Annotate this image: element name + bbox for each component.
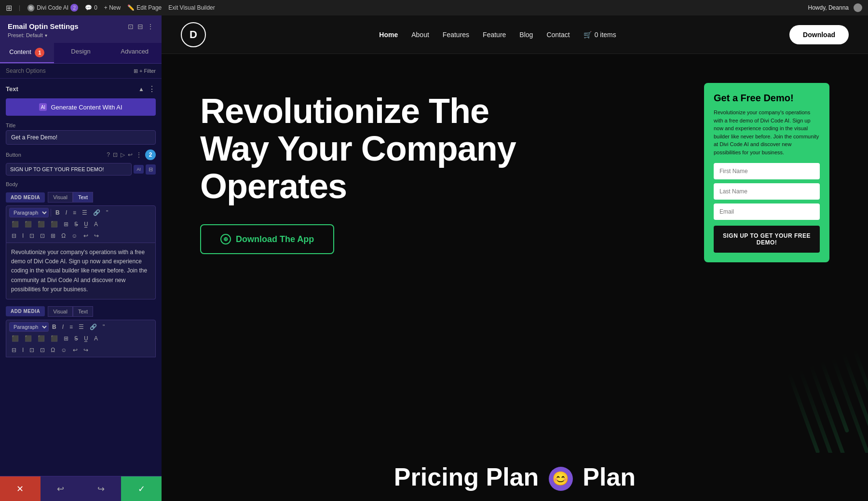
footer-strike[interactable]: S̶ xyxy=(72,334,81,343)
edit-page-link[interactable]: ✏️ Edit Page xyxy=(127,4,162,11)
footer-redo[interactable]: ↪ xyxy=(81,345,91,355)
footer-tab-text[interactable]: Text xyxy=(73,306,93,317)
section-menu-icon[interactable]: ⋮ xyxy=(148,84,156,94)
ai-generate-button[interactable]: AI Generate Content With AI xyxy=(6,98,156,116)
nav-link-feature[interactable]: Feature xyxy=(483,31,506,39)
panel-icon-dots[interactable]: ⋮ xyxy=(147,23,154,30)
footer-align-left[interactable]: ⬛ xyxy=(9,334,21,343)
emoji-btn[interactable]: ☺ xyxy=(69,231,80,241)
section-collapse-icon[interactable]: ▲ xyxy=(138,86,144,93)
footer-quote[interactable]: " xyxy=(100,322,107,332)
color-btn[interactable]: A xyxy=(92,219,100,229)
panel-icon-copy[interactable]: ⊡ xyxy=(128,23,134,30)
button-text-input[interactable] xyxy=(6,163,132,176)
nav-link-about[interactable]: About xyxy=(411,31,429,39)
footer-italic[interactable]: I xyxy=(60,322,66,332)
button-icon2[interactable]: ⊡ xyxy=(113,151,118,158)
footer-color[interactable]: A xyxy=(92,334,100,343)
button-field-label: Button xyxy=(6,152,21,158)
italic-button[interactable]: I xyxy=(63,208,69,217)
editor-body[interactable]: Revolutionize your company's operations … xyxy=(6,243,156,299)
panel-header: Email Optin Settings ⊡ ⊟ ⋮ Preset: Defau… xyxy=(0,15,162,43)
demo-email[interactable] xyxy=(714,203,820,220)
align-center[interactable]: ⬛ xyxy=(22,219,34,229)
extra4[interactable]: ⊡ xyxy=(38,231,47,241)
new-link[interactable]: + New xyxy=(104,4,121,11)
download-app-button[interactable]: ⊕ Download The App xyxy=(200,224,334,254)
add-media-button[interactable]: ADD MEDIA xyxy=(6,192,45,203)
align-left[interactable]: ⬛ xyxy=(9,219,21,229)
wordpress-icon[interactable]: ⊞ xyxy=(6,3,12,13)
omega-btn[interactable]: Ω xyxy=(59,231,68,241)
table-btn[interactable]: ⊞ xyxy=(61,219,71,229)
footer-align-right[interactable]: ⬛ xyxy=(35,334,47,343)
underline-btn[interactable]: U̲ xyxy=(81,219,91,229)
quote-button[interactable]: " xyxy=(104,208,110,217)
body-tab-visual[interactable]: Visual xyxy=(48,192,73,203)
demo-first-name[interactable] xyxy=(714,163,820,179)
nav-link-features[interactable]: Features xyxy=(443,31,469,39)
title-input[interactable] xyxy=(6,130,156,145)
exit-builder-link[interactable]: Exit Visual Builder xyxy=(168,4,215,11)
undo-button[interactable]: ↩ xyxy=(41,476,81,501)
button-extra-action[interactable]: ⊟ xyxy=(146,164,156,175)
footer-extra4[interactable]: ⊡ xyxy=(38,345,47,355)
footer-bold[interactable]: B xyxy=(50,322,59,332)
align-right[interactable]: ⬛ xyxy=(35,219,47,229)
footer-extra3[interactable]: ⊡ xyxy=(27,345,37,355)
footer-omega[interactable]: Ω xyxy=(48,345,57,355)
button-help-icon[interactable]: ? xyxy=(107,151,110,158)
footer-add-media-button[interactable]: ADD MEDIA xyxy=(6,306,45,316)
demo-submit-button[interactable]: SIGN UP TO GET YOUR FREE DEMO! xyxy=(714,226,820,253)
comments-link[interactable]: 💬 0 xyxy=(85,4,97,11)
paragraph-select[interactable]: Paragraph Heading 1 Heading 2 xyxy=(9,208,49,217)
footer-ul[interactable]: ≡ xyxy=(67,322,75,332)
nav-download-button[interactable]: Download xyxy=(789,25,849,44)
footer-underline[interactable]: U̲ xyxy=(81,334,91,343)
button-icon4[interactable]: ↩ xyxy=(128,151,133,158)
save-button[interactable]: ✓ xyxy=(121,476,162,501)
strikethrough-btn[interactable]: S̶ xyxy=(72,219,81,229)
redo-toolbar[interactable]: ↪ xyxy=(92,231,101,241)
ul-button[interactable]: ≡ xyxy=(70,208,79,217)
tab-design[interactable]: Design xyxy=(54,43,108,63)
tab-content[interactable]: Content 1 xyxy=(0,43,54,63)
button-dots[interactable]: ⋮ xyxy=(136,151,142,159)
site-name[interactable]: 🔘 Divi Code AI 2 xyxy=(27,4,78,12)
undo-toolbar[interactable]: ↩ xyxy=(81,231,91,241)
footer-extra2[interactable]: I xyxy=(20,345,26,355)
footer-paragraph-select[interactable]: Paragraph xyxy=(9,322,49,332)
redo-button[interactable]: ↪ xyxy=(81,476,122,501)
bold-button[interactable]: B xyxy=(53,208,62,217)
ol-button[interactable]: ☰ xyxy=(80,208,90,217)
filter-button[interactable]: ⊞ + Filter xyxy=(134,68,156,74)
demo-last-name[interactable] xyxy=(714,183,820,200)
link-button[interactable]: 🔗 xyxy=(91,208,103,217)
panel-icon-layout[interactable]: ⊟ xyxy=(137,23,143,30)
nav-cart[interactable]: 🛒 0 items xyxy=(583,31,616,39)
extra1[interactable]: ⊟ xyxy=(9,231,19,241)
cancel-button[interactable]: ✕ xyxy=(0,476,41,501)
site-nav: D Home About Features Feature Blog Conta… xyxy=(162,15,868,54)
tab-advanced[interactable]: Advanced xyxy=(108,43,162,63)
nav-link-home[interactable]: Home xyxy=(379,31,398,39)
footer-align-justify[interactable]: ⬛ xyxy=(48,334,60,343)
body-tab-text[interactable]: Text xyxy=(73,192,93,203)
footer-align-center[interactable]: ⬛ xyxy=(22,334,34,343)
nav-link-contact[interactable]: Contact xyxy=(546,31,570,39)
footer-emoji[interactable]: ☺ xyxy=(58,345,69,355)
extra3[interactable]: ⊡ xyxy=(27,231,37,241)
button-icon3[interactable]: ▷ xyxy=(121,151,125,158)
footer-extra1[interactable]: ⊟ xyxy=(9,345,19,355)
search-input[interactable] xyxy=(6,68,134,74)
footer-ol[interactable]: ☰ xyxy=(76,322,86,332)
align-justify[interactable]: ⬛ xyxy=(48,219,60,229)
footer-link[interactable]: 🔗 xyxy=(87,322,99,332)
footer-undo[interactable]: ↩ xyxy=(70,345,80,355)
footer-table[interactable]: ⊞ xyxy=(61,334,71,343)
extra5[interactable]: ⊞ xyxy=(48,231,58,241)
footer-tab-visual[interactable]: Visual xyxy=(48,306,73,317)
nav-link-blog[interactable]: Blog xyxy=(519,31,533,39)
button-ai-action[interactable]: AI xyxy=(134,165,144,174)
extra2[interactable]: I xyxy=(20,231,26,241)
